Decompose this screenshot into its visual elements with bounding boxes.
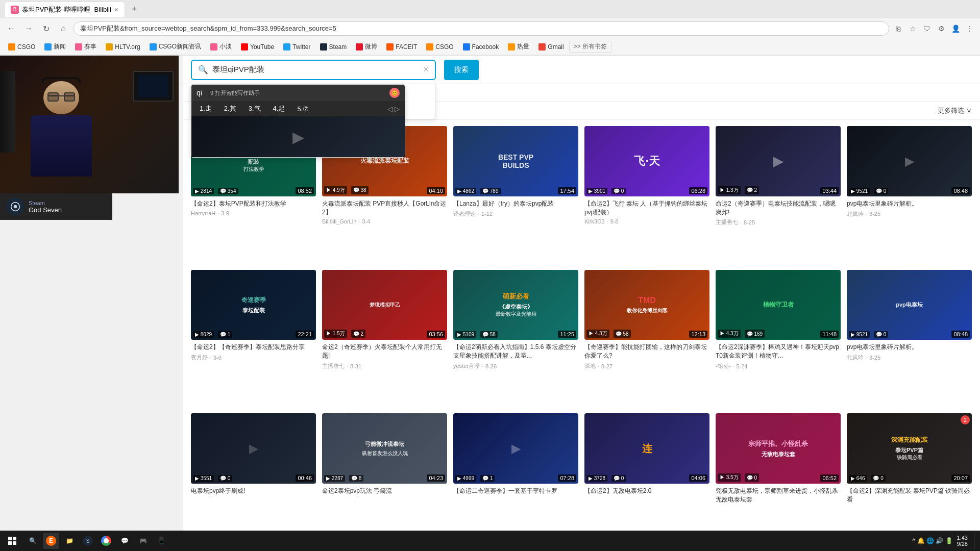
video-thumb-11: pvp电泰坛 ▶ 9521 💬 0 08:48	[847, 270, 972, 340]
video-card-4[interactable]: 飞·天 ▶ 3901 💬 0 06:28 【命运2】飞行 泰坛 人（基于抓钩的绑…	[584, 126, 709, 264]
tab-close-button[interactable]: ×	[114, 6, 118, 14]
bookmark-weibo[interactable]: 微博	[352, 41, 381, 52]
video-title-13: 命运2泰坛pvp玩法 弓箭流	[322, 487, 447, 495]
settings-icon[interactable]: ⚙	[935, 22, 947, 35]
taskbar-chrome-icon[interactable]	[98, 533, 114, 549]
video-card-extra[interactable]: ▶ ▶ 9521 💬 0 08:48 pvp电泰坛里象碎片解析。 北岚吟 · 3…	[847, 126, 972, 264]
comment-count: 💬 354	[218, 188, 238, 194]
svg-rect-5	[13, 541, 16, 545]
video-thumb-10: 植物守卫者 ▶ 4.3万 💬 169 11:48	[716, 270, 841, 340]
bookmark-gmail[interactable]: Gmail	[534, 42, 568, 52]
video-title-15: 【命运2】无敌电泰坛2.0	[584, 487, 709, 495]
clock: 1:43 9/28	[957, 535, 968, 547]
video-card-6[interactable]: 奇巡赛季 泰坛配装 ▶ 8029 💬 1 22:21 【命运2】【奇巡赛季】泰坛…	[191, 270, 316, 408]
ime-prev-icon[interactable]: ◁	[387, 105, 393, 113]
video-card-7[interactable]: 梦境模拟甲乙 ▶ 1.5万 💬 2 03:56 命运2（奇巡赛季）火泰坛配装个人…	[322, 270, 447, 408]
video-thumb-5: ▶ ▶ 1.3万 💬 2 03:44	[716, 126, 841, 196]
taskbar-pinned-icons: 🔍 E 📁 S 💬 🎮 📱	[24, 533, 169, 549]
video-card-9[interactable]: TMD 教你化身缚丝剑客 ▶ 4.3万 💬 58 12:13 【奇巡赛季】能抗能…	[584, 270, 709, 408]
video-title-10: 【命运2深渊赛季】棒鸡又遇神！泰坛迎天pvp T0新金装评测！植物守...	[716, 343, 841, 360]
video-thumb-9: TMD 教你化身缚丝剑客 ▶ 4.3万 💬 58 12:13	[584, 270, 709, 340]
video-card-12[interactable]: ▶ ▶ 3551 💬 0 00:46 电泰坛pvp终于刷成!	[191, 413, 316, 543]
ime-candidate-4[interactable]: 4.起	[270, 103, 288, 114]
bookmark-hltv[interactable]: HLTV.org	[102, 42, 144, 52]
video-card-13[interactable]: 弓箭微冲流泰坛 矾射首发怎么没人玩 ▶ 2287 💬 8 04:23 命运2泰坛…	[322, 413, 447, 543]
video-duration: 08:52	[296, 187, 314, 194]
taskbar-extra-icon[interactable]: 📱	[153, 533, 169, 549]
video-card-5[interactable]: ▶ ▶ 1.3万 💬 2 03:44 命运2（奇巡赛季）电泰坛技能流配装，嗯嗯爽…	[716, 126, 841, 264]
video-title-extra: pvp电泰坛里象碎片解析。	[847, 199, 972, 208]
video-card-15[interactable]: 连 ▶ 3728 💬 0 04:06 【命运2】无敌电泰坛2.0	[584, 413, 709, 543]
taskbar-right: ^ 🔔 🌐 🔊 🔋 1:43 9/28	[913, 533, 976, 549]
ime-candidate-3[interactable]: 3.气	[246, 103, 264, 114]
ime-candidate-1[interactable]: 1.走	[197, 103, 215, 114]
bookmark-star-icon[interactable]: ☆	[906, 22, 919, 35]
video-thumb-3: BEST PVPBUILDS ▶ 4862 💬 789 17:54	[453, 126, 578, 196]
new-tab-button[interactable]: +	[127, 2, 141, 16]
bookmark-xiaodan[interactable]: 小淡	[206, 41, 236, 52]
video-card-10[interactable]: 植物守卫者 ▶ 4.3万 💬 169 11:48 【命运2深渊赛季】棒鸡又遇神！…	[716, 270, 841, 408]
video-title-2: 火毒流派泰坛配装 PVP直接秒人【GorLin命运2】	[322, 199, 447, 217]
video-author-10: -馆动- · 5-24	[716, 362, 841, 370]
taskbar-explorer-icon[interactable]: 📁	[61, 533, 78, 549]
refresh-button[interactable]: ↻	[39, 21, 53, 36]
ime-candidate-2[interactable]: 2.其	[221, 103, 239, 114]
bilibili-page: 🔍 × 搜索 qi 9 打开智能写作助手 😊 1.走 2.其 3.气 4.起 5…	[183, 56, 980, 551]
taskbar-app-icon[interactable]: 🎮	[135, 533, 151, 549]
address-input[interactable]	[74, 21, 889, 36]
more-bookmarks-button[interactable]: >> 所有书签	[569, 41, 611, 53]
bookmark-reliang[interactable]: 热量	[504, 41, 533, 52]
video-card-16[interactable]: 宗师平推。小怪乱杀 无敌电泰坛套 ▶ 3.5万 💬 0 06:52 究极无敌电泰…	[716, 413, 841, 543]
video-card-8[interactable]: 萌新必看 《虚空泰坛》 最新数字及光能用 ▶ 5109 💬 58 11:25 【…	[453, 270, 578, 408]
video-card-11[interactable]: pvp电泰坛 ▶ 9521 💬 0 08:48 pvp电泰坛里象碎片解析。 北岚…	[847, 270, 972, 408]
extension-icon[interactable]: 🛡	[921, 22, 933, 35]
menu-icon[interactable]: ⋮	[964, 22, 976, 35]
search-overlay: 🔍 × 搜索	[183, 56, 980, 84]
active-tab[interactable]: B 泰坦PVP配装-哔哩哔哩_Bilibili ×	[4, 2, 125, 17]
video-card-3[interactable]: BEST PVPBUILDS ▶ 4862 💬 789 17:54 【Lanza…	[453, 126, 578, 264]
start-button[interactable]	[4, 533, 20, 549]
video-title-11: pvp电泰坛里象碎片解析。	[847, 343, 972, 352]
search-icon: 🔍	[198, 65, 208, 74]
back-button[interactable]: ←	[4, 21, 18, 36]
taskbar-search-icon[interactable]: 🔍	[24, 533, 41, 549]
video-card-14[interactable]: ▶ ▶ 4999 💬 1 07:28 【命运二奇巡赛季】一套基于孪特卡罗	[453, 413, 578, 543]
video-thumb-4: 飞·天 ▶ 3901 💬 0 06:28	[584, 126, 709, 196]
bookmark-twitter[interactable]: Twitter	[279, 42, 314, 52]
steam-notification[interactable]: Steam God Seven	[0, 193, 112, 220]
bookmark-facebook[interactable]: Facebook	[459, 42, 503, 52]
ime-ai-badge: 😊	[389, 88, 400, 98]
bookmark-youtube[interactable]: YouTube	[237, 42, 278, 52]
home-button[interactable]: ⌂	[56, 21, 70, 36]
profile-icon[interactable]: 👤	[949, 22, 962, 35]
show-desktop-button[interactable]	[974, 533, 976, 549]
search-clear-icon[interactable]: ×	[423, 64, 429, 75]
ime-next-icon[interactable]: ▷	[395, 105, 400, 113]
video-thumb-8: 萌新必看 《虚空泰坛》 最新数字及光能用 ▶ 5109 💬 58 11:25	[453, 270, 578, 340]
search-input[interactable]	[212, 65, 419, 74]
ime-candidate-5[interactable]: 5.⑦	[294, 104, 312, 114]
more-filter-button[interactable]: 更多筛选 ∨	[938, 106, 972, 115]
video-title-5: 命运2（奇巡赛季）电泰坛技能流配装，嗯嗯爽炸!	[716, 199, 841, 217]
video-card-17[interactable]: 深渊充能配装 泰坛PVP篇 铁骑周必看 2 ▶ 646 💬 0 20:07 【命…	[847, 413, 972, 543]
ime-candidates: 1.走 2.其 3.气 4.起 5.⑦ ◁ ▷	[191, 101, 405, 116]
bookmark-csgo-2[interactable]: CSGO	[422, 42, 457, 52]
search-button[interactable]: 搜索	[444, 60, 479, 80]
forward-button[interactable]: →	[21, 21, 36, 36]
bookmark-news[interactable]: 新闻	[40, 41, 70, 52]
browser-chrome: B 泰坦PVP配装-哔哩哔哩_Bilibili × + ← → ↻ ⌂ ⎗ ☆ …	[0, 0, 980, 56]
ime-current-input: qi	[197, 89, 202, 97]
bookmark-saishi[interactable]: 赛事	[71, 41, 101, 52]
taskbar-browser-icon[interactable]: E	[43, 533, 59, 549]
video-thumb-14: ▶ ▶ 4999 💬 1 07:28	[453, 413, 578, 484]
content-area: Steam God Seven 🔍 × 搜索 qi 9 打开智能写作助手 😊 1…	[0, 56, 980, 551]
ime-dropdown: qi 9 打开智能写作助手 😊 1.走 2.其 3.气 4.起 5.⑦ ◁ ▷ …	[191, 84, 405, 158]
bookmark-faceit[interactable]: FACEIT	[382, 42, 421, 52]
bookmark-csgo-1[interactable]: CSGO	[4, 42, 39, 52]
system-tray: ^ 🔔 🌐 🔊 🔋	[913, 537, 953, 544]
bookmark-csgo-news[interactable]: CSGO新闻资讯	[145, 41, 205, 52]
taskbar-msg-icon[interactable]: 💬	[116, 533, 133, 549]
bookmark-steam[interactable]: Steam	[316, 42, 351, 52]
share-icon[interactable]: ⎗	[892, 22, 904, 35]
taskbar-steam-icon[interactable]: S	[80, 533, 96, 549]
